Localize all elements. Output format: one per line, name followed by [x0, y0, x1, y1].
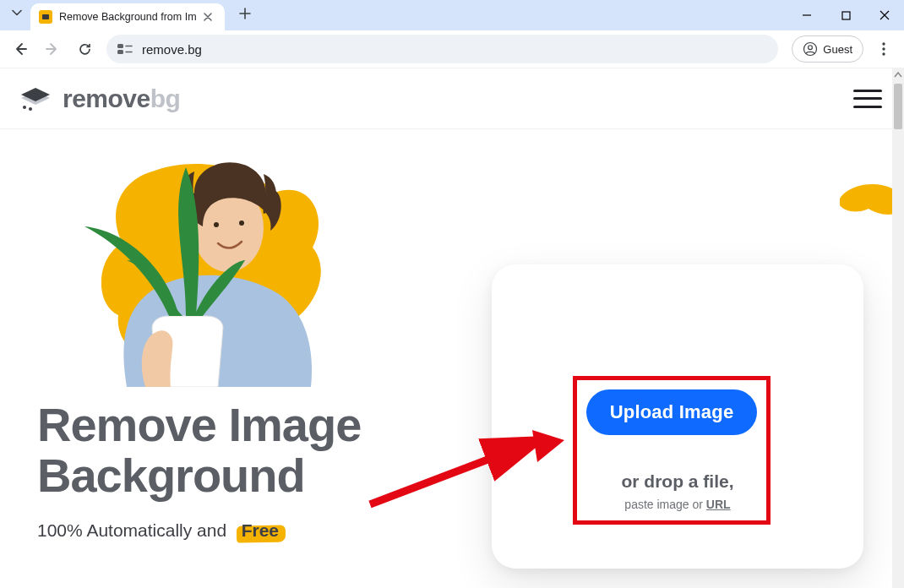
new-tab-button[interactable] — [233, 2, 257, 25]
address-bar[interactable]: remove.bg — [106, 35, 778, 63]
free-badge-text: Free — [242, 520, 279, 540]
site-settings-icon[interactable] — [117, 41, 133, 57]
hero-headline: Remove Image Background — [37, 400, 361, 502]
chevron-up-icon — [894, 71, 902, 79]
upload-card[interactable]: Upload Image or drop a file, paste image… — [492, 264, 863, 569]
svg-point-13 — [214, 222, 219, 227]
profile-label: Guest — [823, 43, 852, 56]
window-minimize-button[interactable] — [787, 0, 826, 30]
free-badge: Free — [242, 520, 279, 541]
hero-section: Remove Image Background 100% Automatical… — [0, 129, 904, 541]
site-logo[interactable]: removebg — [19, 84, 180, 113]
svg-point-4 — [809, 46, 813, 50]
close-icon — [879, 10, 890, 20]
tab-search-dropdown[interactable] — [7, 3, 27, 23]
browser-tab[interactable]: Remove Background from Im — [30, 3, 225, 30]
browser-titlebar: Remove Background from Im — [0, 0, 904, 30]
tab-close-button[interactable] — [201, 10, 215, 24]
chevron-down-icon — [12, 8, 22, 18]
nav-back-button[interactable] — [7, 35, 34, 63]
logo-text: removebg — [63, 84, 180, 113]
tab-title: Remove Background from Im — [59, 11, 196, 23]
window-maximize-button[interactable] — [826, 0, 865, 30]
arrow-right-icon — [45, 41, 60, 57]
paste-hint: paste image or URL — [492, 498, 863, 511]
logo-text-remove: remove — [63, 84, 150, 112]
kebab-icon — [882, 42, 885, 56]
hero-subline-prefix: 100% Automatically and — [37, 520, 226, 540]
site-header: removebg — [0, 68, 904, 129]
page-scrollbar[interactable] — [892, 68, 904, 588]
favicon-icon — [39, 10, 52, 24]
svg-rect-2 — [117, 50, 123, 54]
minimize-icon — [802, 10, 812, 20]
drop-file-text: or drop a file, — [492, 471, 863, 492]
profile-guest-chip[interactable]: Guest — [792, 35, 863, 63]
logo-text-bg: bg — [150, 84, 181, 112]
browser-menu-button[interactable] — [870, 35, 897, 63]
plus-icon — [239, 8, 251, 19]
svg-point-6 — [882, 47, 885, 50]
svg-point-11 — [29, 107, 32, 111]
hamburger-icon — [853, 90, 882, 92]
svg-rect-1 — [117, 44, 123, 48]
close-icon — [204, 13, 212, 21]
hero-headline-line2: Background — [37, 449, 305, 502]
paste-url-link[interactable]: URL — [706, 498, 731, 511]
svg-point-7 — [882, 52, 885, 55]
scrollbar-thumb[interactable] — [894, 84, 902, 129]
window-close-button[interactable] — [865, 0, 904, 30]
user-icon — [803, 41, 818, 57]
hero-person-image — [68, 133, 338, 387]
svg-point-5 — [882, 42, 885, 45]
scroll-up-button[interactable] — [892, 71, 904, 79]
address-bar-url: remove.bg — [142, 42, 202, 57]
browser-toolbar: remove.bg Guest — [0, 30, 904, 68]
reload-icon — [78, 42, 92, 57]
arrow-left-icon — [13, 41, 28, 57]
hero-subline: 100% Automatically and Free — [37, 520, 361, 541]
logo-mark-icon — [19, 86, 52, 112]
svg-rect-0 — [842, 12, 850, 19]
nav-forward-button[interactable] — [39, 35, 66, 63]
hero-headline-line1: Remove Image — [37, 398, 361, 451]
svg-point-10 — [23, 106, 26, 109]
maximize-icon — [841, 11, 851, 20]
upload-image-button[interactable]: Upload Image — [586, 389, 757, 435]
page-viewport: removebg — [0, 68, 904, 588]
nav-reload-button[interactable] — [71, 35, 98, 63]
menu-button[interactable] — [853, 90, 882, 108]
window-controls — [787, 0, 904, 30]
svg-point-14 — [239, 220, 244, 226]
paste-hint-prefix: paste image or — [624, 498, 706, 511]
